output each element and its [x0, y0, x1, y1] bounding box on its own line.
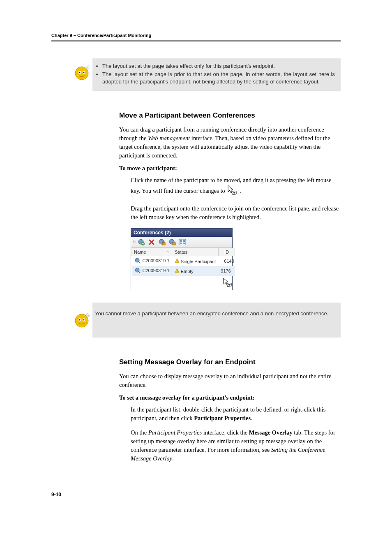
conferences-pane: Conferences (2) ⠿	[131, 228, 233, 290]
note-box-encrypted: You cannot move a participant between an…	[92, 303, 341, 338]
drag-cursor-icon	[227, 191, 239, 197]
s2s1bold: Participant Properties	[194, 415, 251, 421]
add-conference-button[interactable]	[137, 238, 145, 246]
page-number: 9-10	[51, 492, 341, 497]
svg-rect-15	[180, 240, 182, 242]
table-row[interactable]: C20090319 1 Empty 9176	[131, 266, 235, 276]
s1s1b: .	[240, 187, 241, 194]
col-status[interactable]: Status	[172, 248, 219, 256]
section2-step1: In the participant list, double-click th…	[131, 405, 341, 423]
row1-status: Empty	[181, 269, 194, 274]
row1-name: C20090319 1	[143, 268, 170, 273]
svg-rect-21	[177, 261, 177, 262]
s2s1b: .	[251, 415, 252, 421]
note-box-layout: The layout set at the page takes effect …	[92, 58, 341, 91]
svg-rect-13	[173, 243, 175, 245]
note1-b2-text2: page is prior to that set on the	[154, 71, 230, 77]
s2s2i1: Participant Properties	[148, 429, 202, 436]
layout-button[interactable]	[178, 238, 187, 246]
note1-b1-text1: The layout set at the	[102, 63, 152, 69]
section2-para1: You can choose to display message overla…	[119, 372, 341, 389]
section2-step2: On the Participant Properties interface,…	[131, 428, 341, 463]
table-row[interactable]: C20090319 1 Single Participant 6140	[131, 256, 235, 266]
s2s2a: On the	[131, 429, 148, 436]
svg-rect-17	[180, 243, 182, 244]
s2s2bold: Message Overlay	[249, 429, 293, 436]
s1p1i: Web management	[148, 135, 190, 141]
svg-rect-11	[162, 243, 165, 245]
col-id[interactable]: ID	[218, 248, 235, 256]
section1-para1: You can drag a participant from a runnin…	[119, 125, 341, 160]
conference-icon	[134, 259, 142, 264]
chapter-header: Chapter 9 – Conference/Participant Monit…	[51, 33, 341, 38]
svg-point-3	[79, 72, 81, 73]
col-name[interactable]: Name△	[131, 248, 172, 256]
note2-text: You cannot move a participant between an…	[95, 310, 335, 330]
svg-rect-23	[177, 270, 177, 271]
note-icon	[74, 312, 90, 330]
svg-rect-16	[183, 240, 185, 242]
row0-name: C20090319 1	[143, 258, 170, 263]
s2s2b: interface, click the	[202, 429, 249, 436]
section1-lead: To move a participant:	[119, 165, 341, 172]
note1-bullet1: The layout set at the page takes effect …	[102, 62, 335, 70]
svg-point-31	[79, 319, 81, 320]
svg-rect-24	[177, 271, 177, 272]
section1-step2: Drag the participant onto the conference…	[131, 204, 341, 222]
warning-icon	[175, 269, 181, 274]
header-rule	[51, 40, 341, 42]
row0-id: 6140	[218, 256, 235, 266]
conference-icon	[134, 269, 142, 274]
section1-step1: Click the name of the participant to be …	[131, 176, 341, 199]
section-message-overlay-title: Setting Message Overlay for an Endpoint	[119, 358, 341, 366]
lock-conference-button[interactable]	[158, 238, 166, 246]
conference-settings-button[interactable]	[168, 238, 176, 246]
note-icon	[74, 64, 90, 87]
warning-icon	[175, 259, 181, 264]
svg-rect-18	[183, 243, 185, 244]
conferences-pane-title: Conferences (2)	[131, 229, 232, 237]
row0-status: Single Participant	[181, 259, 216, 264]
conferences-table: Name△ Status ID C20090319 1	[131, 248, 235, 290]
s2s2d: .	[172, 455, 174, 462]
svg-rect-20	[177, 260, 177, 261]
toolbar-grip-icon: ⠿	[133, 239, 135, 245]
conferences-toolbar: ⠿	[131, 237, 232, 248]
note1-bullet2: The layout set at the page is prior to t…	[102, 71, 335, 86]
section2-lead: To set a message overlay for a participa…	[119, 394, 341, 401]
drag-cursor-icon	[223, 283, 233, 288]
note1-b2-text1: The layout set at the	[102, 71, 154, 77]
svg-point-32	[83, 319, 85, 320]
row1-id: 9176	[218, 266, 235, 276]
svg-point-4	[83, 72, 85, 73]
delete-conference-button[interactable]	[148, 238, 156, 246]
note1-b1-text2: page takes effect only for this particip…	[152, 63, 275, 69]
section-move-participant-title: Move a Participant between Conferences	[119, 111, 341, 120]
